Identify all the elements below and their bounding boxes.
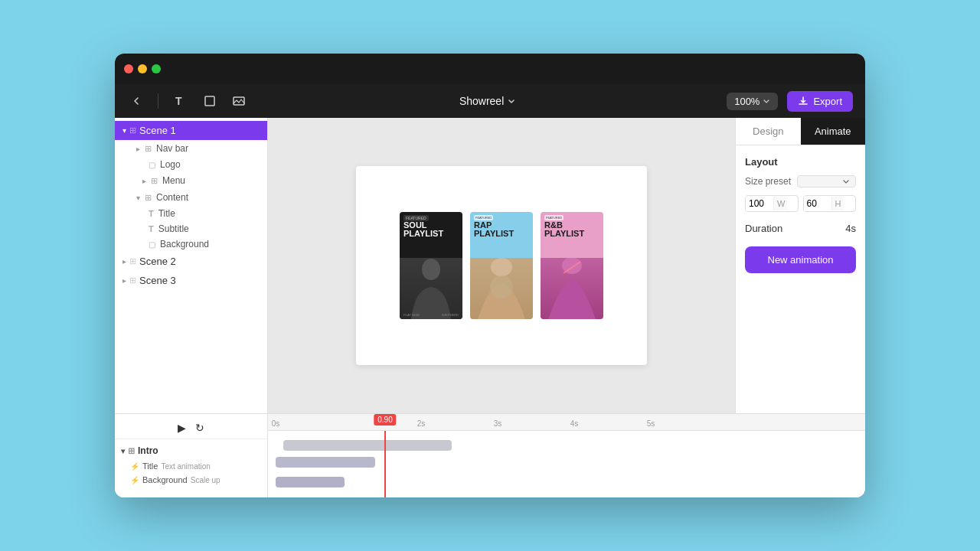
- project-name-label: Showreel: [459, 95, 504, 107]
- timeline-background-item[interactable]: ⚡ Background Scale up: [115, 473, 267, 487]
- content-grid-icon: ⊞: [145, 193, 152, 203]
- rap-playlist-card[interactable]: FEATURED RAPPLAYLIST: [470, 212, 533, 319]
- timeline-title-item[interactable]: ⚡ Title Text animation: [115, 459, 267, 473]
- height-unit-label: H: [831, 197, 844, 210]
- background-item[interactable]: ▢ Background: [115, 236, 267, 252]
- design-tab[interactable]: Design: [736, 118, 801, 145]
- lightning-icon-bg: ⚡: [130, 476, 139, 484]
- logo-item[interactable]: ▢ Logo: [115, 157, 267, 172]
- ruler-0s: 0s: [272, 419, 280, 428]
- shape-tool-button[interactable]: [200, 91, 220, 111]
- text-icon-title: T: [149, 209, 154, 218]
- scene3-grid-icon: ⊞: [129, 276, 136, 285]
- intro-label: Intro: [138, 445, 158, 456]
- height-input[interactable]: [804, 196, 831, 211]
- navbar-item[interactable]: ▸ ⊞ Nav bar: [115, 140, 267, 157]
- close-button[interactable]: [124, 64, 133, 73]
- chevron-intro-icon: ▾: [121, 447, 125, 455]
- export-button[interactable]: Export: [787, 91, 853, 112]
- minimize-button[interactable]: [138, 64, 147, 73]
- soul-card-image: [400, 258, 462, 319]
- loop-button[interactable]: ↻: [195, 422, 204, 434]
- soul-person-silhouette: [400, 258, 462, 319]
- rap-person-silhouette: [470, 258, 533, 319]
- text-icon-subtitle: T: [149, 224, 154, 233]
- scene-1-label: Scene 1: [139, 125, 176, 136]
- rnb-playlist-card[interactable]: FEATURED R&BPLAYLIST: [541, 212, 603, 319]
- menu-label: Menu: [162, 175, 185, 186]
- lightning-icon-title: ⚡: [130, 462, 139, 471]
- image-icon-bg: ▢: [149, 240, 155, 249]
- width-field[interactable]: W: [745, 195, 799, 212]
- size-preset-label: Size preset: [745, 176, 791, 187]
- subtitle-item[interactable]: T Subtitle: [115, 221, 267, 236]
- scene-3-item[interactable]: ▸ ⊞ Scene 3: [115, 271, 267, 290]
- scene-3-label: Scene 3: [139, 275, 176, 286]
- scene-1-item[interactable]: ▾ ⊞ Scene 1: [115, 121, 267, 140]
- layout-section-title: Layout: [745, 156, 856, 168]
- soul-playlist-card[interactable]: FEATURED SOULPLAYLIST PLAY NO: [400, 212, 462, 319]
- logo-label: Logo: [160, 159, 181, 170]
- rnb-person-silhouette: [541, 258, 603, 319]
- rap-card-image: [470, 258, 533, 319]
- timeline-title-label: Title: [142, 461, 158, 471]
- play-button[interactable]: ▶: [178, 422, 186, 434]
- ruler-2s: 2s: [417, 419, 426, 428]
- content-item[interactable]: ▾ ⊞ Content: [115, 189, 267, 206]
- chevron-right-icon: ▸: [136, 145, 140, 153]
- rnb-card-title: R&BPLAYLIST: [544, 221, 584, 238]
- canvas: FEATURED SOULPLAYLIST PLAY NO: [356, 166, 647, 365]
- timeline-right[interactable]: 0s 2s 3s 4s 5s 0.90: [268, 414, 865, 497]
- svg-point-3: [422, 259, 440, 280]
- timeline-background-label: Background: [142, 475, 188, 484]
- navbar-label: Nav bar: [156, 143, 188, 154]
- toolbar-right: 100% Export: [727, 91, 853, 112]
- right-panel: Design Animate Layout Size preset: [735, 118, 865, 413]
- left-panel: ▾ ⊞ Scene 1 ▸ ⊞ Nav bar ▢ Logo ▸: [115, 118, 268, 413]
- chevron-down-content-icon: ▾: [136, 194, 140, 202]
- duration-row: Duration 4s: [745, 223, 856, 234]
- chevron-right-icon-menu: ▸: [142, 177, 146, 185]
- timeline-items: ▾ ⊞ Intro ⚡ Title Text animation ⚡ Backg…: [115, 439, 267, 494]
- zoom-control[interactable]: 100%: [727, 93, 778, 110]
- intro-header[interactable]: ▾ ⊞ Intro: [115, 442, 267, 459]
- new-animation-label: New animation: [768, 254, 834, 266]
- media-tool-button[interactable]: [229, 91, 249, 111]
- scene-grid-icon: ⊞: [129, 126, 136, 135]
- menu-item[interactable]: ▸ ⊞ Menu: [115, 172, 267, 189]
- timeline-left: ▶ ↻ ▾ ⊞ Intro ⚡ Title Text animation ⚡ B…: [115, 414, 268, 497]
- app-window: T Showreel: [115, 54, 865, 497]
- width-unit-label: W: [773, 197, 788, 210]
- ruler-4s: 4s: [570, 419, 579, 428]
- back-button[interactable]: [127, 92, 145, 110]
- titlebar: [115, 54, 865, 84]
- maximize-button[interactable]: [152, 64, 161, 73]
- playhead-time: 0.90: [374, 414, 396, 425]
- scene-tree: ▾ ⊞ Scene 1 ▸ ⊞ Nav bar ▢ Logo ▸: [115, 118, 267, 413]
- new-animation-button[interactable]: New animation: [745, 246, 856, 273]
- title-track-bar: [276, 457, 375, 468]
- ruler-3s: 3s: [494, 419, 502, 428]
- featured-badge-rap: FEATURED: [474, 215, 493, 220]
- text-tool-button[interactable]: T: [171, 91, 191, 111]
- project-name[interactable]: Showreel: [459, 95, 516, 107]
- timeline-ruler: 0s 2s 3s 4s 5s: [268, 414, 865, 431]
- background-label: Background: [160, 239, 209, 249]
- scene-2-item[interactable]: ▸ ⊞ Scene 2: [115, 252, 267, 271]
- width-input[interactable]: [746, 196, 773, 211]
- scene-2-label: Scene 2: [139, 256, 176, 267]
- canvas-area[interactable]: FEATURED SOULPLAYLIST PLAY NO: [268, 118, 735, 413]
- animate-tab[interactable]: Animate: [801, 118, 866, 145]
- svg-text:T: T: [175, 95, 182, 107]
- image-icon: ▢: [149, 161, 155, 169]
- size-preset-dropdown[interactable]: [797, 175, 856, 187]
- playhead[interactable]: 0.90: [384, 431, 386, 497]
- duration-value: 4s: [845, 223, 856, 234]
- height-field[interactable]: H: [803, 195, 857, 212]
- content-label: Content: [156, 192, 188, 203]
- intro-track-bar: [283, 440, 452, 451]
- panel-tabs: Design Animate: [736, 118, 865, 145]
- title-item[interactable]: T Title: [115, 206, 267, 221]
- divider: [158, 93, 158, 109]
- animate-panel-content: Layout Size preset W H: [736, 145, 865, 413]
